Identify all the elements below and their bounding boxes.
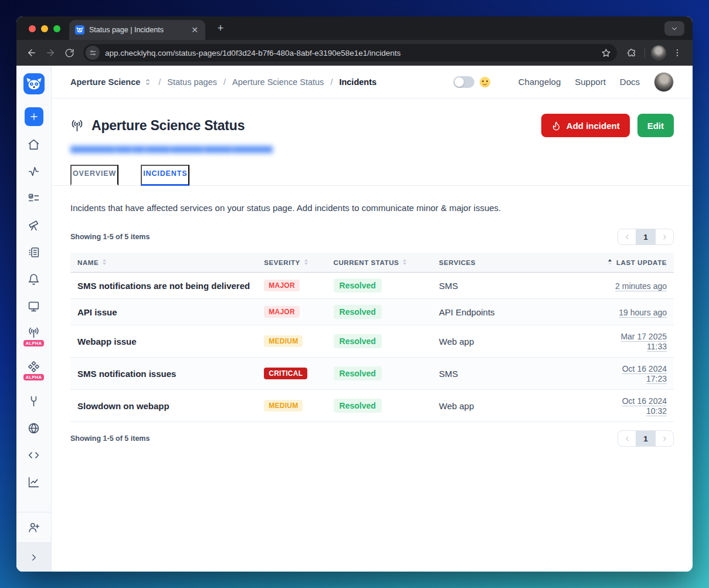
minimize-window-button[interactable] bbox=[41, 25, 48, 32]
incidents-content: Incidents that have affected services on… bbox=[52, 186, 693, 572]
breadcrumb-status-pages[interactable]: Status pages bbox=[167, 77, 217, 87]
breadcrumb-status-page-name[interactable]: Aperture Science Status bbox=[232, 77, 324, 87]
browser-profile-button[interactable] bbox=[649, 43, 668, 62]
sidebar-item-explore[interactable] bbox=[16, 212, 51, 239]
extensions-button[interactable] bbox=[622, 43, 640, 62]
last-update-link[interactable]: Mar 17 2025 11:33 bbox=[620, 332, 667, 351]
incident-name: SMS notifications are not being delivere… bbox=[77, 281, 250, 291]
user-avatar[interactable] bbox=[654, 72, 674, 92]
table-row[interactable]: SMS notifications are not being delivere… bbox=[70, 273, 674, 299]
sidebar-item-traces[interactable]: ALPHA bbox=[16, 354, 51, 388]
status-badge: Resolved bbox=[334, 366, 382, 380]
main-area: Aperture Science / Status pages / Apertu… bbox=[52, 66, 693, 572]
column-header-name[interactable]: NAME bbox=[70, 253, 257, 273]
maintenance-fork-icon bbox=[28, 395, 40, 407]
support-link[interactable]: Support bbox=[575, 77, 606, 87]
user-plus-icon bbox=[28, 521, 40, 533]
url-bar[interactable]: app.checklyhq.com/status-pages/1d0f3d24-… bbox=[83, 44, 617, 62]
browser-tab[interactable]: Status page | Incidents ✕ bbox=[69, 20, 205, 40]
sidebar-item-dashboards[interactable] bbox=[16, 293, 51, 320]
last-update-link[interactable]: Oct 16 2024 17:23 bbox=[622, 364, 667, 383]
tab-title: Status page | Incidents bbox=[89, 26, 185, 34]
activity-pulse-icon bbox=[28, 165, 40, 178]
pagination-current-page[interactable]: 1 bbox=[636, 431, 656, 446]
broadcast-icon bbox=[70, 119, 84, 132]
create-new-button[interactable] bbox=[25, 107, 43, 126]
severity-badge: MAJOR bbox=[264, 280, 300, 291]
sidebar-item-snippets[interactable] bbox=[16, 441, 51, 468]
status-page-url-link-blurred[interactable]: ███████████ ████ ███ ██████ ████████ ███… bbox=[70, 146, 273, 153]
chevron-left-icon bbox=[623, 233, 631, 241]
reload-button[interactable] bbox=[60, 43, 79, 62]
services-cell: API Endpoints bbox=[432, 299, 601, 325]
chevron-down-icon bbox=[670, 25, 679, 33]
star-icon bbox=[601, 48, 611, 58]
tab-search-chevron-button[interactable] bbox=[664, 21, 684, 36]
tab-close-icon[interactable]: ✕ bbox=[190, 25, 199, 35]
table-row[interactable]: SMS notification issuesCRITICALResolvedS… bbox=[70, 358, 674, 390]
back-button[interactable] bbox=[22, 43, 41, 62]
sidebar-item-checks[interactable] bbox=[16, 185, 51, 212]
pagination-next-button[interactable] bbox=[656, 431, 673, 446]
chevron-right-icon bbox=[29, 552, 39, 563]
new-tab-button[interactable]: + bbox=[212, 20, 229, 36]
sidebar-expand-button[interactable] bbox=[16, 542, 51, 572]
app-header: Aperture Science / Status pages / Apertu… bbox=[52, 66, 693, 98]
code-icon bbox=[28, 449, 40, 461]
sidebar-item-alerts[interactable] bbox=[16, 266, 51, 293]
breadcrumb-current: Incidents bbox=[339, 77, 376, 87]
back-arrow-icon bbox=[26, 47, 37, 58]
account-selector[interactable]: Aperture Science bbox=[70, 77, 152, 87]
edit-button[interactable]: Edit bbox=[637, 114, 674, 137]
url-text: app.checklyhq.com/status-pages/1d0f3d24-… bbox=[105, 49, 596, 57]
site-settings-button[interactable] bbox=[86, 46, 100, 60]
pagination-prev-button[interactable] bbox=[618, 431, 636, 446]
pagination-prev-button[interactable] bbox=[618, 229, 636, 244]
last-update-link[interactable]: 19 hours ago bbox=[619, 308, 667, 317]
add-incident-button[interactable]: Add incident bbox=[541, 114, 630, 137]
pagination-next-button[interactable] bbox=[656, 229, 673, 244]
theme-toggle[interactable] bbox=[453, 76, 474, 88]
forward-button[interactable] bbox=[41, 43, 60, 62]
tab-incidents[interactable]: INCIDENTS bbox=[141, 165, 189, 186]
pagination-current-page[interactable]: 1 bbox=[636, 229, 656, 244]
last-update-link[interactable]: Oct 16 2024 10:32 bbox=[622, 396, 667, 416]
column-header-current-status[interactable]: CURRENT STATUS bbox=[327, 253, 432, 273]
bookmark-button[interactable] bbox=[601, 48, 611, 58]
close-window-button[interactable] bbox=[29, 25, 36, 32]
maximize-window-button[interactable] bbox=[53, 25, 60, 32]
table-row[interactable]: Webapp issueMEDIUMResolvedWeb appMar 17 … bbox=[70, 325, 674, 358]
column-header-last-update[interactable]: LAST UPDATE bbox=[601, 253, 674, 273]
docs-link[interactable]: Docs bbox=[620, 77, 640, 87]
table-row[interactable]: API issueMAJORResolvedAPI Endpoints19 ho… bbox=[70, 299, 674, 325]
sidebar-item-analytics[interactable] bbox=[16, 468, 51, 495]
plus-icon bbox=[29, 111, 39, 122]
table-header-row: NAME SEVERITY CURRENT STATUS SERVICES bbox=[70, 253, 674, 273]
last-update-link[interactable]: 2 minutes ago bbox=[615, 281, 667, 291]
breadcrumb: Aperture Science / Status pages / Apertu… bbox=[70, 77, 376, 87]
sidebar-item-private-locations[interactable] bbox=[16, 414, 51, 441]
changelog-link[interactable]: Changelog bbox=[518, 77, 561, 87]
flame-icon bbox=[551, 121, 561, 131]
incident-name: API issue bbox=[77, 307, 117, 317]
browser-menu-button[interactable] bbox=[668, 43, 687, 62]
column-header-severity[interactable]: SEVERITY bbox=[257, 253, 326, 273]
sidebar-item-status-pages[interactable]: ALPHA bbox=[16, 320, 51, 354]
severity-badge: MEDIUM bbox=[264, 335, 303, 347]
page-head: Aperture Science Status Add incident Edi… bbox=[52, 98, 693, 137]
status-badge: Resolved bbox=[334, 278, 382, 293]
tab-overview[interactable]: OVERVIEW bbox=[70, 165, 118, 186]
logs-icon bbox=[28, 246, 40, 259]
sidebar-item-monitoring[interactable] bbox=[16, 158, 51, 185]
incident-name: SMS notification issues bbox=[77, 369, 176, 379]
browser-profile-avatar bbox=[651, 45, 666, 60]
showing-count: Showing 1-5 of 5 items bbox=[70, 233, 150, 241]
table-row[interactable]: Slowdown on webappMEDIUMResolvedWeb appO… bbox=[70, 390, 674, 422]
sidebar-item-invite-user[interactable] bbox=[16, 512, 51, 542]
checkly-logo[interactable] bbox=[23, 73, 45, 94]
alpha-badge: ALPHA bbox=[23, 340, 44, 346]
sidebar-item-home[interactable] bbox=[16, 131, 51, 158]
services-cell: SMS bbox=[432, 358, 601, 390]
sidebar-item-logs[interactable] bbox=[16, 239, 51, 266]
sidebar-item-maintenance[interactable] bbox=[16, 388, 51, 414]
